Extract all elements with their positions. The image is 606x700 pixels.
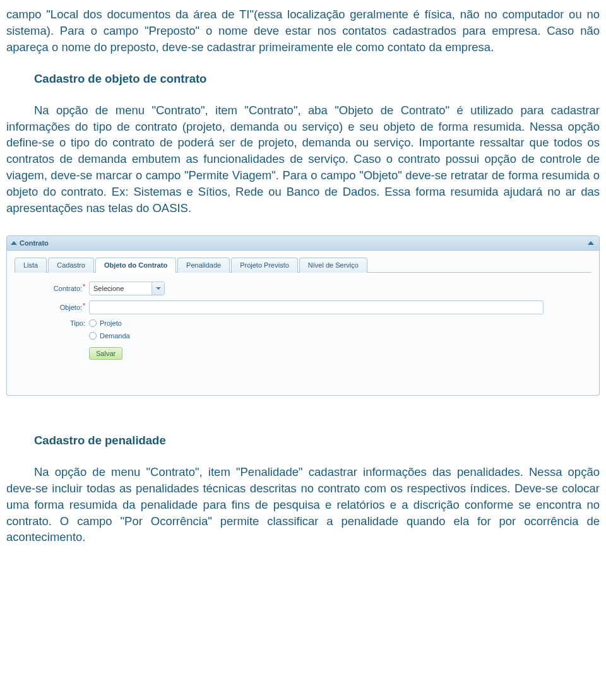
tab-nivel-servico[interactable]: Nível de Serviço [299, 258, 367, 273]
panel-title: Contrato [20, 239, 49, 247]
radio-demanda[interactable]: Demanda [89, 332, 130, 340]
label-objeto: Objeto:* [15, 304, 89, 311]
select-contrato-value: Selecione [93, 285, 124, 292]
row-contrato: Contrato:* Selecione [15, 282, 591, 295]
row-tipo: Tipo: Projeto [15, 319, 591, 327]
select-contrato[interactable]: Selecione [89, 282, 165, 295]
required-star: * [83, 283, 85, 290]
label-tipo: Tipo: [15, 319, 89, 327]
tab-strip: Lista Cadastro Objeto do Contrato Penali… [15, 257, 591, 273]
save-button[interactable]: Salvar [89, 347, 122, 360]
collapse-icon-right [588, 241, 594, 245]
required-star: * [83, 302, 85, 309]
input-objeto[interactable] [89, 300, 544, 314]
radio-projeto-label: Projeto [100, 319, 122, 327]
tab-lista[interactable]: Lista [15, 258, 47, 273]
radio-icon [89, 332, 97, 340]
radio-icon [89, 319, 97, 327]
collapse-icon [11, 241, 17, 245]
tab-penalidade[interactable]: Penalidade [177, 258, 230, 273]
panel-body: Lista Cadastro Objeto do Contrato Penali… [6, 251, 600, 396]
penalidade-paragraph: Na opção de menu "Contrato", item "Penal… [6, 464, 600, 545]
heading-cadastro-penalidade: Cadastro de penalidade [34, 434, 600, 448]
row-objeto: Objeto:* [15, 300, 591, 314]
radio-demanda-label: Demanda [100, 332, 130, 340]
chevron-down-icon[interactable] [152, 282, 164, 295]
tab-objeto-contrato[interactable]: Objeto do Contrato [95, 258, 176, 273]
row-demanda: Demanda [15, 332, 591, 340]
objeto-paragraph: Na opção de menu "Contrato", item "Contr… [6, 102, 600, 217]
label-contrato: Contrato:* [15, 285, 89, 292]
contrato-panel: Contrato Lista Cadastro Objeto do Contra… [6, 235, 600, 396]
heading-cadastro-objeto: Cadastro de objeto de contrato [34, 72, 600, 86]
tab-projeto-previsto[interactable]: Projeto Previsto [231, 258, 298, 273]
panel-header[interactable]: Contrato [6, 235, 600, 251]
intro-paragraph: campo "Local dos documentos da área de T… [6, 6, 600, 56]
radio-projeto[interactable]: Projeto [89, 319, 122, 327]
tab-cadastro[interactable]: Cadastro [48, 258, 94, 273]
